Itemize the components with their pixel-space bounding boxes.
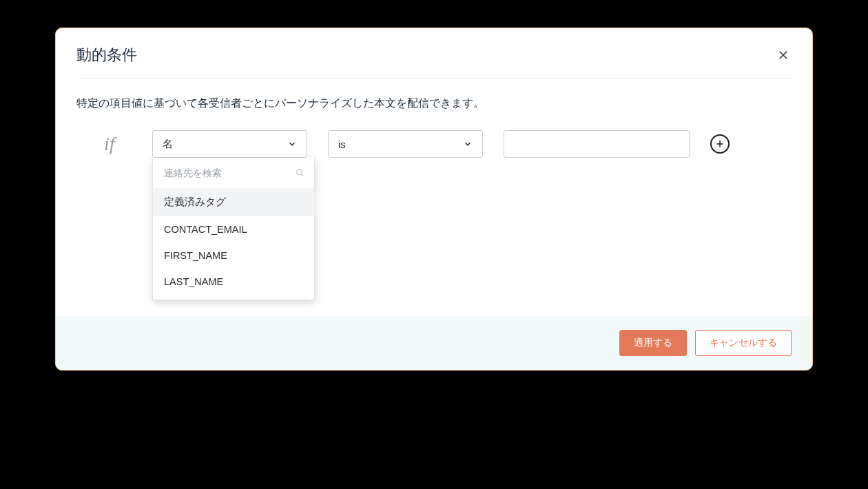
field-dropdown: 定義済みタグ CONTACT_EMAIL FIRST_NAME LAST_NAM… xyxy=(152,158,315,300)
search-icon xyxy=(296,169,304,178)
field-select[interactable]: 名 xyxy=(152,130,307,158)
modal-description: 特定の項目値に基づいて各受信者ごとにパーソナライズした本文を配信できます。 xyxy=(76,96,792,111)
modal-title: 動的条件 xyxy=(76,45,137,65)
chevron-down-icon xyxy=(463,139,473,149)
field-select-wrap: 名 定義済みタグ CONTACT_EMAIL FIRST_NAME xyxy=(152,130,307,158)
close-icon xyxy=(777,49,789,61)
field-select-value: 名 xyxy=(163,138,173,151)
add-condition-button[interactable] xyxy=(710,134,730,154)
value-input[interactable] xyxy=(504,130,690,158)
apply-button[interactable]: 適用する xyxy=(619,330,687,356)
dropdown-search xyxy=(153,158,314,188)
svg-point-2 xyxy=(297,169,302,175)
close-button[interactable] xyxy=(775,47,792,63)
dropdown-item-first-name[interactable]: FIRST_NAME xyxy=(153,242,314,269)
operator-select-value: is xyxy=(338,138,346,150)
modal-footer: 適用する キャンセルする xyxy=(56,316,812,370)
dropdown-item-contact-email[interactable]: CONTACT_EMAIL xyxy=(153,216,314,242)
cancel-button[interactable]: キャンセルする xyxy=(695,330,792,356)
plus-icon xyxy=(715,139,725,149)
operator-select[interactable]: is xyxy=(328,130,483,158)
chevron-down-icon xyxy=(287,139,297,149)
dropdown-item-last-name[interactable]: LAST_NAME xyxy=(153,269,314,300)
dropdown-group-header: 定義済みタグ xyxy=(153,188,314,216)
dropdown-search-input[interactable] xyxy=(153,160,314,185)
dynamic-condition-modal: 動的条件 特定の項目値に基づいて各受信者ごとにパーソナライズした本文を配信できま… xyxy=(55,28,813,371)
if-label: if xyxy=(104,133,132,155)
modal-header: 動的条件 xyxy=(76,28,792,79)
modal-body: 特定の項目値に基づいて各受信者ごとにパーソナライズした本文を配信できます。 if… xyxy=(56,79,812,178)
svg-line-3 xyxy=(301,174,303,176)
condition-row: if 名 定義済みタグ CONTACT_EMA xyxy=(76,130,792,158)
